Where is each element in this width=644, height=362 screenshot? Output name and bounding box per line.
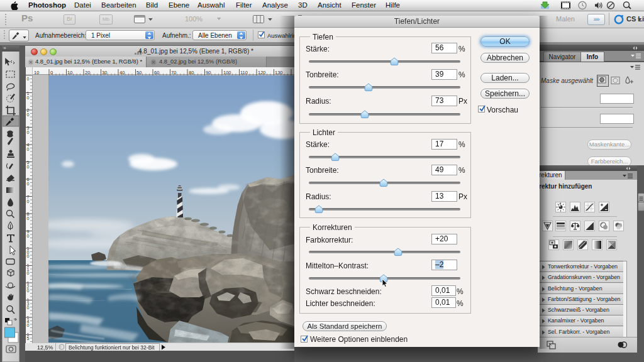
svg-text:0: 0	[27, 130, 30, 134]
svg-text:0: 0	[27, 271, 30, 275]
svg-text:0: 0	[27, 182, 30, 186]
svg-text:0: 0	[27, 323, 30, 327]
svg-text:0: 0	[27, 288, 30, 293]
svg-text:10: 10	[34, 70, 39, 75]
svg-text:120: 120	[258, 70, 266, 75]
svg-text:80: 80	[189, 70, 194, 75]
svg-text:100: 100	[223, 70, 231, 75]
svg-text:60: 60	[154, 70, 159, 75]
svg-text:0: 0	[27, 147, 30, 151]
svg-text:0: 0	[27, 254, 30, 258]
svg-text:0: 0	[27, 165, 30, 169]
svg-text:40: 40	[119, 70, 125, 75]
svg-text:0: 0	[27, 199, 30, 204]
svg-text:7: 7	[27, 195, 30, 199]
svg-text:5: 5	[27, 336, 30, 341]
svg-text:3: 3	[27, 126, 30, 130]
svg-text:9: 9	[27, 229, 30, 234]
svg-text:0: 0	[27, 77, 30, 81]
svg-text:0: 0	[27, 112, 30, 117]
svg-text:110: 110	[240, 70, 248, 75]
svg-text:1: 1	[27, 91, 30, 96]
svg-text:0: 0	[27, 216, 30, 221]
svg-text:f: f	[60, 345, 62, 349]
svg-text:0: 0	[27, 96, 30, 100]
svg-text:0: 0	[27, 305, 30, 310]
svg-text:0: 0	[27, 234, 30, 238]
svg-text:20: 20	[85, 70, 90, 75]
svg-text:5: 5	[27, 160, 30, 165]
